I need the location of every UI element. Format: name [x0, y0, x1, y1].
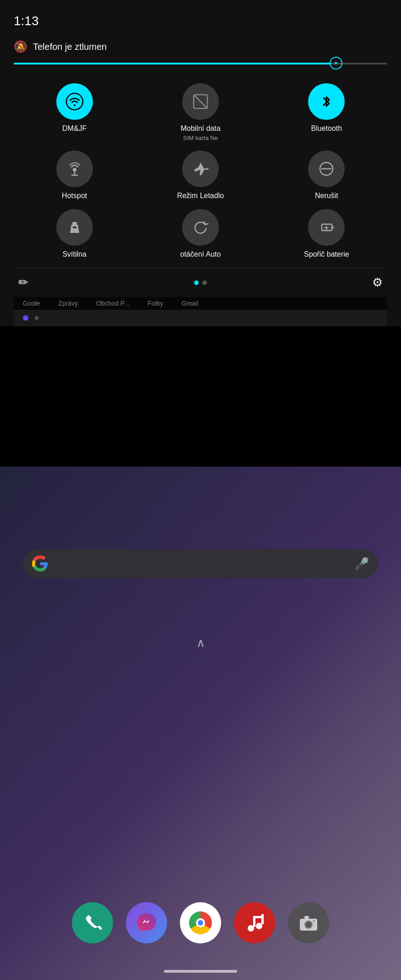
phone-icon	[82, 912, 103, 933]
svg-line-2	[194, 95, 207, 108]
app-dot-inactive	[35, 316, 38, 320]
brightness-slider[interactable]	[14, 62, 387, 65]
brightness-thumb[interactable]	[330, 57, 342, 70]
svg-point-21	[306, 922, 311, 927]
google-logo	[32, 555, 49, 572]
dock	[0, 902, 401, 943]
silent-icon: 🔕	[14, 40, 27, 53]
hotspot-label: Hotspot	[62, 192, 87, 200]
airplane-label: Režim Letadlo	[177, 192, 224, 200]
silent-text: Telefon je ztlumen	[33, 42, 107, 52]
edit-button[interactable]: ✏	[18, 275, 28, 290]
qs-tile-rotation[interactable]: otáčení Auto	[140, 209, 261, 258]
app-label-0: Goole	[23, 300, 40, 307]
dock-messenger[interactable]	[126, 902, 167, 943]
qs-tile-mobiledata[interactable]: Mobilní data SIM karta Ne	[140, 83, 261, 141]
up-arrow[interactable]: ∧	[196, 636, 205, 650]
dnd-label: Nerušit	[315, 192, 338, 200]
dock-chrome[interactable]	[180, 902, 221, 943]
flashlight-icon	[65, 218, 84, 237]
time-display: 1:13	[14, 14, 39, 28]
camera-icon	[298, 912, 319, 933]
quick-settings-grid: DM&JF Mobilní data SIM karta Ne Bluetoot…	[14, 79, 387, 268]
app-label-3: Fotky	[147, 300, 163, 307]
svg-rect-18	[253, 916, 264, 918]
wifi-icon-circle	[56, 83, 93, 120]
wifi-label: DM&JF	[62, 124, 87, 133]
status-bar: 1:13	[14, 9, 387, 33]
app-label-4: Gmail	[182, 300, 199, 307]
qs-tile-battery[interactable]: Spořič baterie	[266, 209, 387, 258]
brightness-row[interactable]	[14, 62, 387, 65]
app-label-1: Zprávy	[58, 300, 78, 307]
dnd-icon-circle	[308, 151, 345, 187]
app-shortcuts-labels: Goole Zprávy Obchod P... Fotky Gmail	[14, 297, 387, 310]
rotation-icon-circle	[182, 209, 219, 246]
dock-music[interactable]	[234, 902, 275, 943]
dnd-icon	[317, 160, 336, 178]
dot-1[interactable]	[194, 280, 199, 285]
qs-tile-flashlight[interactable]: Svítilna	[14, 209, 135, 258]
qs-tile-airplane[interactable]: Režim Letadlo	[140, 151, 261, 200]
svg-rect-8	[72, 222, 77, 225]
svg-rect-9	[73, 226, 76, 228]
brightness-fill	[14, 63, 331, 65]
bluetooth-icon	[317, 92, 336, 111]
battery-icon-circle	[308, 209, 345, 246]
qs-tile-dnd[interactable]: Nerušit	[266, 151, 387, 200]
rotation-icon	[191, 218, 210, 237]
battery-label: Spořič baterie	[304, 250, 349, 258]
page-dots	[194, 280, 207, 285]
notification-panel: 1:13 🔕 Telefon je ztlumen DM	[0, 0, 401, 326]
rotation-label: otáčení Auto	[180, 250, 221, 258]
chrome-ring	[189, 911, 212, 934]
qs-tile-hotspot[interactable]: Hotspot	[14, 151, 135, 200]
app-dot-active	[23, 315, 28, 321]
dock-camera[interactable]	[288, 902, 329, 943]
qs-tile-wifi[interactable]: DM&JF	[14, 83, 135, 141]
app-shortcuts-bar	[14, 310, 387, 326]
app-label-2: Obchod P...	[96, 300, 129, 307]
hotspot-icon	[65, 160, 84, 178]
chrome-inner	[196, 918, 205, 927]
svg-rect-22	[304, 916, 309, 919]
silent-mode-row: 🔕 Telefon je ztlumen	[14, 40, 387, 53]
svg-point-15	[256, 923, 262, 929]
mobiledata-sublabel: SIM karta Ne	[183, 135, 218, 141]
svg-point-23	[313, 920, 315, 922]
airplane-icon	[191, 160, 210, 178]
svg-point-14	[248, 925, 254, 932]
svg-rect-17	[261, 914, 264, 924]
flashlight-icon-circle	[56, 209, 93, 246]
mobiledata-icon-circle	[182, 83, 219, 120]
bluetooth-label: Bluetooth	[311, 124, 342, 133]
hotspot-icon-circle	[56, 151, 93, 187]
search-bar[interactable]: 🎤	[23, 549, 378, 578]
bluetooth-icon-circle	[308, 83, 345, 120]
search-bar-container[interactable]: 🎤	[23, 549, 378, 578]
wifi-icon	[65, 92, 84, 111]
battery-saver-icon	[317, 218, 336, 237]
messenger-icon	[135, 911, 158, 934]
home-indicator	[164, 970, 237, 973]
home-screen: 🎤 ∧	[0, 467, 401, 980]
dock-phone[interactable]	[72, 902, 113, 943]
qs-tile-bluetooth[interactable]: Bluetooth	[266, 83, 387, 141]
svg-rect-11	[332, 226, 334, 228]
mobiledata-label: Mobilní data	[180, 124, 220, 133]
settings-button[interactable]: ⚙	[372, 275, 383, 290]
qs-bottom-bar: ✏ ⚙	[14, 268, 387, 297]
mobiledata-icon	[191, 92, 210, 111]
flashlight-label: Svítilna	[62, 250, 86, 258]
music-icon	[244, 912, 265, 933]
airplane-icon-circle	[182, 151, 219, 187]
search-input[interactable]	[55, 555, 348, 572]
dot-2[interactable]	[202, 280, 207, 285]
microphone-icon[interactable]: 🎤	[354, 557, 369, 571]
